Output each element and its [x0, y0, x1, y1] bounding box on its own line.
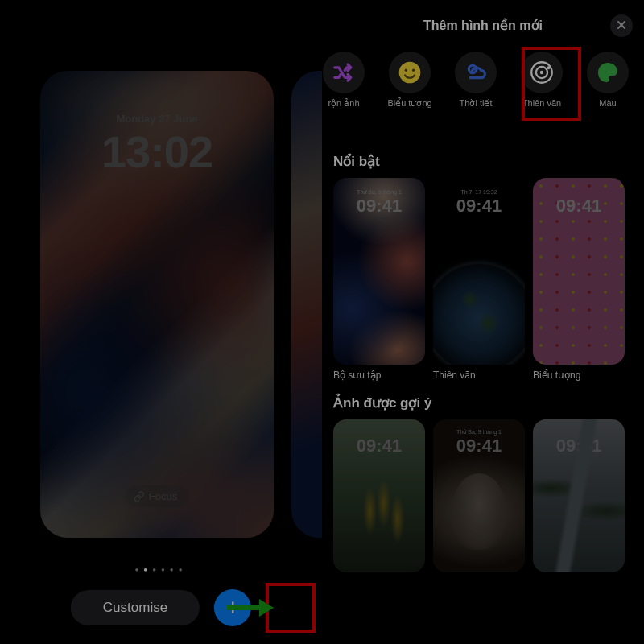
focus-label: Focus — [149, 490, 177, 502]
thumb-date: Thứ Ba, 9 tháng 1 — [433, 429, 525, 436]
featured-thumb-row: Thứ Ba, 9 tháng 1 09:41 Bộ sưu tập Th 7,… — [322, 170, 644, 381]
category-label: Thiên văn — [522, 98, 561, 108]
svg-point-4 — [412, 69, 415, 72]
shuffle-icon — [323, 52, 365, 93]
category-label: rộn ảnh — [328, 98, 359, 109]
wallpaper-preview-card-next[interactable] — [291, 71, 322, 538]
close-button[interactable] — [610, 14, 633, 37]
featured-section: Nổi bật Thứ Ba, 9 tháng 1 09:41 Bộ sưu t… — [322, 153, 644, 381]
category-weather[interactable]: Thời tiết — [444, 52, 507, 109]
section-title: Ảnh được gợi ý — [333, 394, 644, 411]
svg-point-13 — [612, 70, 614, 72]
astronomy-icon — [521, 52, 563, 93]
svg-point-11 — [605, 66, 607, 68]
section-title: Nổi bật — [333, 153, 644, 170]
svg-point-8 — [540, 71, 544, 75]
wallpaper-thumb-collection[interactable]: Thứ Ba, 9 tháng 1 09:41 — [333, 178, 425, 365]
suggested-thumb-row: 09:41 Thứ Ba, 9 tháng 1 09:41 09:41 — [322, 411, 644, 572]
thumb-time: 09:41 — [333, 436, 425, 456]
add-wallpaper-sheet: Thêm hình nền mới rộn ảnh Biểu tượng Thờ… — [322, 0, 644, 644]
wallpaper-preview-card[interactable]: Monday 27 June 13:02 Focus — [40, 71, 274, 538]
customise-button[interactable]: Customise — [71, 590, 200, 625]
category-photo-shuffle[interactable]: rộn ảnh — [312, 52, 375, 109]
lock-screen-time: 13:02 — [40, 126, 274, 178]
thumb-label: Bộ sưu tập — [333, 369, 425, 381]
thumb-label: Thiên văn — [433, 369, 525, 381]
category-label: Màu — [599, 98, 616, 108]
sheet-title: Thêm hình nền mới — [322, 18, 644, 33]
page-indicator: ●●●●●● — [0, 566, 322, 573]
close-icon — [617, 19, 626, 32]
focus-pill[interactable]: Focus — [126, 485, 188, 507]
add-wallpaper-button[interactable]: + — [214, 589, 251, 626]
svg-point-2 — [399, 62, 421, 84]
lock-screen-date: Monday 27 June — [40, 113, 274, 125]
category-astronomy[interactable]: Thiên văn — [510, 52, 573, 109]
link-icon — [134, 491, 145, 502]
category-color[interactable]: Màu — [576, 52, 639, 109]
suggested-photo-thumb[interactable]: 09:41 — [533, 419, 625, 572]
thumb-date: Th 7, 17 19:32 — [433, 189, 525, 195]
thumb-time: 09:41 — [433, 436, 525, 456]
category-row: rộn ảnh Biểu tượng Thời tiết Thiên văn M… — [322, 52, 644, 109]
lock-screen-customise-pane: Monday 27 June 13:02 Focus ●●●●●● Custom… — [0, 0, 322, 644]
wallpaper-thumb-emoji[interactable]: 09:41 — [533, 178, 625, 365]
suggested-section: Ảnh được gợi ý 09:41 Thứ Ba, 9 tháng 1 0… — [322, 394, 644, 572]
svg-point-10 — [601, 70, 604, 72]
category-emoji[interactable]: Biểu tượng — [378, 52, 441, 109]
weather-icon — [455, 52, 497, 93]
thumb-label: Biểu tượng — [533, 369, 625, 381]
suggested-photo-thumb[interactable]: 09:41 — [333, 419, 425, 572]
svg-marker-1 — [259, 599, 274, 617]
annotation-highlight-box — [266, 583, 316, 633]
thumb-time: 09:41 — [333, 196, 425, 217]
wallpaper-thumb-astronomy[interactable]: Th 7, 17 19:32 09:41 — [433, 178, 525, 365]
plus-icon: + — [225, 594, 240, 621]
palette-icon — [587, 52, 629, 93]
category-label: Thời tiết — [460, 98, 493, 109]
thumb-time: 09:41 — [433, 196, 525, 217]
emoji-icon — [389, 52, 431, 93]
category-label: Biểu tượng — [387, 98, 431, 109]
svg-point-12 — [609, 66, 612, 68]
thumb-date: Thứ Ba, 9 tháng 1 — [333, 189, 425, 196]
svg-point-3 — [405, 69, 407, 72]
customise-bar: Customise + — [71, 589, 251, 626]
thumb-time: 09:41 — [533, 196, 625, 217]
suggested-photo-thumb[interactable]: Thứ Ba, 9 tháng 1 09:41 — [433, 419, 525, 572]
thumb-time: 09:41 — [533, 436, 625, 456]
svg-point-9 — [547, 66, 551, 69]
